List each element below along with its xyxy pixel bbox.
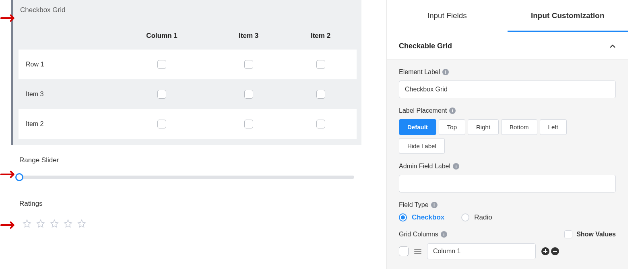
settings-tabs: Input Fields Input Customization (387, 0, 628, 32)
settings-body: Element Label i Label Placement i Defaul… (387, 60, 628, 269)
tab-input-fields[interactable]: Input Fields (387, 0, 508, 32)
info-icon[interactable]: i (449, 108, 456, 114)
remove-column-button[interactable] (551, 247, 559, 255)
placement-option-top[interactable]: Top (439, 119, 465, 135)
field-label-text: Grid Columns (399, 231, 438, 238)
grid-column-input[interactable] (427, 243, 536, 259)
grid-row: Row 1 (19, 50, 357, 79)
show-values-label: Show Values (576, 231, 616, 238)
checkbox-grid-table: Column 1 Item 3 Item 2 Row 1 Item 3 (19, 24, 357, 139)
grid-columns-group: Grid Columns i Show Values (399, 230, 616, 259)
info-icon[interactable]: i (442, 69, 449, 75)
annotation-arrow (0, 166, 17, 183)
field-label-text: Field Type (399, 201, 429, 209)
ratings-stars (23, 219, 382, 228)
info-icon[interactable]: i (431, 202, 438, 208)
settings-panel: Input Fields Input Customization Checkab… (386, 0, 628, 269)
range-slider-widget[interactable]: Range Slider (19, 156, 382, 179)
radio-label: Radio (474, 213, 492, 221)
grid-checkbox[interactable] (244, 90, 253, 99)
field-type-group: Field Type i Checkbox Radio (399, 201, 616, 221)
drag-handle-icon[interactable] (414, 249, 421, 254)
grid-checkbox[interactable] (316, 90, 325, 99)
section-title: Checkable Grid (399, 42, 452, 50)
chevron-up-icon (609, 43, 616, 50)
range-slider-thumb[interactable] (15, 173, 23, 181)
grid-col-header: Item 3 (213, 24, 285, 50)
placement-option-right[interactable]: Right (468, 119, 499, 135)
grid-checkbox[interactable] (157, 90, 166, 99)
grid-col-header: Item 2 (285, 24, 357, 50)
grid-column-item (399, 243, 616, 259)
radio-icon (461, 213, 469, 221)
placement-option-hide-label[interactable]: Hide Label (399, 138, 445, 154)
ratings-widget[interactable]: Ratings (19, 200, 382, 228)
info-icon[interactable]: i (441, 231, 447, 238)
show-values-toggle[interactable]: Show Values (564, 230, 616, 238)
admin-field-label-group: Admin Field Label i (399, 163, 616, 192)
grid-checkbox[interactable] (244, 120, 253, 128)
checkbox-grid-widget[interactable]: Checkbox Grid Column 1 Item 3 Item 2 Row… (11, 0, 361, 145)
label-placement-group: Label Placement i Default Top Right Bott… (399, 107, 616, 154)
widget-title: Range Slider (19, 156, 382, 164)
field-label-text: Element Label (399, 68, 440, 76)
star-icon[interactable] (77, 219, 86, 228)
placement-option-bottom[interactable]: Bottom (501, 119, 537, 135)
field-label-text: Admin Field Label (399, 163, 450, 170)
element-label-group: Element Label i (399, 68, 616, 98)
placement-option-left[interactable]: Left (540, 119, 567, 135)
star-icon[interactable] (36, 219, 45, 228)
widget-title: Checkbox Grid (20, 6, 361, 14)
grid-col-header: Column 1 (111, 24, 213, 50)
grid-checkbox[interactable] (244, 60, 253, 69)
section-header[interactable]: Checkable Grid (387, 32, 628, 60)
grid-row: Item 3 (19, 79, 357, 109)
grid-row: Item 2 (19, 109, 357, 139)
grid-checkbox[interactable] (157, 60, 166, 69)
tab-input-customization[interactable]: Input Customization (508, 0, 628, 32)
grid-checkbox[interactable] (157, 120, 166, 128)
field-type-checkbox[interactable]: Checkbox (399, 213, 444, 221)
info-icon[interactable]: i (453, 163, 459, 170)
star-icon[interactable] (23, 219, 31, 228)
add-column-button[interactable] (541, 247, 549, 255)
radio-label: Checkbox (412, 213, 444, 221)
grid-row-label: Row 1 (19, 50, 111, 79)
widget-title: Ratings (19, 200, 382, 208)
field-label-text: Label Placement (399, 107, 447, 114)
grid-checkbox[interactable] (316, 120, 325, 128)
admin-field-label-input[interactable] (399, 175, 616, 192)
annotation-arrow (0, 217, 17, 234)
grid-row-label: Item 3 (19, 79, 111, 109)
radio-icon (399, 213, 407, 221)
star-icon[interactable] (50, 219, 59, 228)
range-slider-track[interactable] (16, 176, 354, 179)
checkbox-icon (564, 230, 572, 238)
star-icon[interactable] (64, 219, 72, 228)
grid-row-label: Item 2 (19, 109, 111, 139)
grid-checkbox[interactable] (316, 60, 325, 69)
placement-option-default[interactable]: Default (399, 119, 436, 135)
column-checkbox[interactable] (399, 246, 409, 256)
form-preview-panel: Checkbox Grid Column 1 Item 3 Item 2 Row… (0, 0, 386, 269)
element-label-input[interactable] (399, 81, 616, 98)
field-type-radio[interactable]: Radio (461, 213, 492, 221)
grid-header-row: Column 1 Item 3 Item 2 (19, 24, 357, 50)
